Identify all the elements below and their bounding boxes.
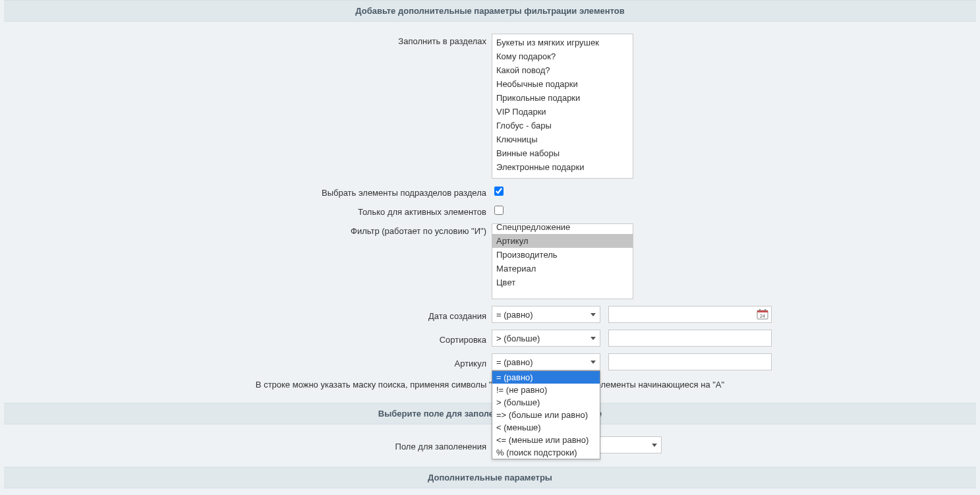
operator-option[interactable]: => (больше или равно): [492, 409, 600, 421]
label-include-subsections: Выбрать элементы подразделов раздела: [4, 185, 492, 198]
sections-option[interactable]: Ключницы: [492, 132, 633, 146]
filter-option[interactable]: Материал: [492, 262, 633, 276]
sections-multiselect[interactable]: Букеты из мягких игрушекКому подарок?Как…: [492, 34, 633, 179]
sort-value-input[interactable]: [608, 330, 772, 347]
article-operator-dropdown[interactable]: = (равно)!= (не равно)> (больше)=> (боль…: [492, 370, 600, 459]
operator-option[interactable]: < (меньше): [492, 421, 600, 434]
label-only-active: Только для активных элементов: [4, 204, 492, 217]
label-article: Артикул: [4, 356, 492, 368]
label-filter-and: Фильтр (работает по условию "И"): [4, 223, 492, 236]
article-operator-value: = (равно): [496, 357, 533, 367]
filter-option[interactable]: Цвет: [492, 276, 633, 289]
sections-option[interactable]: VIP Подарки: [492, 105, 633, 119]
article-value-input[interactable]: [608, 353, 772, 370]
sections-option[interactable]: Какой повод?: [492, 63, 633, 77]
sort-operator-select[interactable]: > (больше): [492, 330, 600, 347]
date-operator-select[interactable]: = (равно): [492, 306, 600, 323]
only-active-checkbox[interactable]: [494, 206, 504, 215]
label-fill-field: Поле для заполенения: [4, 439, 492, 451]
operator-option[interactable]: <= (меньше или равно): [492, 434, 600, 446]
sections-option[interactable]: Прикольные подарки: [492, 91, 633, 105]
filter-option[interactable]: Спецпредложение: [492, 223, 633, 234]
sort-operator-value: > (больше): [496, 334, 540, 343]
label-sorting: Сортировка: [4, 332, 492, 345]
sections-option[interactable]: Кому подарок?: [492, 49, 633, 63]
operator-option[interactable]: > (больше): [492, 396, 600, 409]
sections-option[interactable]: Глобус - бары: [492, 119, 633, 132]
sections-option[interactable]: Электронные подарки: [492, 160, 633, 174]
label-date-created: Дата создания: [4, 308, 492, 321]
filter-option[interactable]: Артикул: [492, 234, 633, 248]
date-value-input[interactable]: [608, 306, 772, 323]
operator-option[interactable]: != (не равно): [492, 384, 600, 396]
section-header-additional: Дополнительные параметры: [4, 467, 976, 488]
article-operator-select[interactable]: = (равно): [492, 353, 600, 370]
operator-option[interactable]: % (поиск подстроки): [492, 446, 600, 459]
filter-multiselect[interactable]: СпецпредложениеАртикулПроизводительМатер…: [492, 223, 633, 299]
include-subsections-checkbox[interactable]: [494, 187, 504, 196]
filter-option[interactable]: Производитель: [492, 248, 633, 262]
operator-option[interactable]: = (равно): [492, 371, 600, 384]
sections-option[interactable]: Винные наборы: [492, 146, 633, 160]
label-fill-sections: Заполнить в разделах: [4, 34, 492, 46]
mask-hint-text: В строке можно указать маску поиска, при…: [4, 377, 976, 396]
sections-option[interactable]: Букеты из мягких игрушек: [492, 36, 633, 49]
section-header-choose-field: Выберите поле для заполения и его новое …: [4, 403, 976, 424]
section-header-filter: Добавьте дополнительные параметры фильтр…: [4, 0, 976, 22]
sections-option[interactable]: Необычные подарки: [492, 77, 633, 91]
date-operator-value: = (равно): [496, 310, 533, 320]
